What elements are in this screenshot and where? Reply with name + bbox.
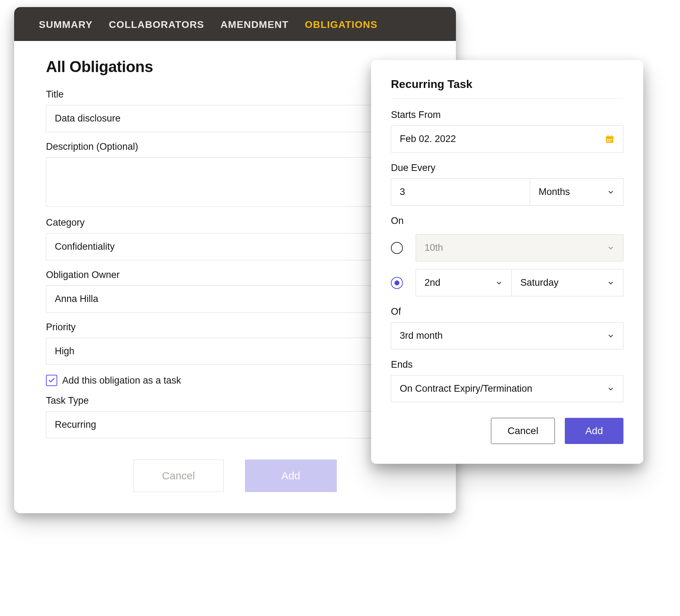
tab-amendment[interactable]: AMENDMENT	[221, 19, 289, 30]
label-priority: Priority	[46, 322, 424, 333]
on-day-radio[interactable]	[391, 242, 403, 254]
description-input[interactable]	[46, 157, 424, 207]
svg-rect-1	[606, 136, 614, 138]
label-ends: Ends	[391, 359, 623, 370]
label-of: Of	[391, 306, 623, 317]
owner-input[interactable]	[46, 285, 424, 313]
recurring-task-popup: Recurring Task Starts From Feb 02. 2022 …	[371, 60, 643, 464]
label-due-every: Due Every	[391, 162, 623, 173]
starts-from-input[interactable]: Feb 02. 2022	[391, 125, 623, 153]
label-owner: Obligation Owner	[46, 270, 424, 280]
on-weekday-radio[interactable]	[391, 277, 403, 289]
priority-input[interactable]	[46, 338, 424, 365]
popup-add-button[interactable]: Add	[565, 418, 623, 444]
page-title: All Obligations	[46, 58, 424, 76]
chevron-down-icon	[607, 188, 615, 196]
add-button[interactable]: Add	[245, 460, 337, 492]
on-ordinal-select[interactable]: 2nd	[416, 269, 511, 296]
calendar-icon	[605, 134, 615, 144]
svg-rect-5	[609, 139, 610, 140]
svg-rect-7	[607, 141, 609, 142]
ends-select[interactable]: On Contract Expiry/Termination	[391, 375, 623, 402]
add-as-task-label: Add this obligation as a task	[62, 375, 181, 386]
due-every-unit-select[interactable]: Months	[530, 178, 623, 206]
on-weekday-select[interactable]: Saturday	[511, 269, 623, 296]
chevron-down-icon	[607, 279, 615, 287]
check-icon	[48, 377, 55, 384]
label-task-type: Task Type	[46, 395, 424, 406]
svg-rect-2	[608, 135, 608, 137]
due-every-unit: Months	[539, 186, 570, 197]
tab-obligations[interactable]: OBLIGATIONS	[305, 19, 378, 30]
label-starts-from: Starts From	[391, 109, 623, 120]
title-input[interactable]	[46, 105, 424, 132]
task-type-input[interactable]	[46, 411, 424, 438]
label-title: Title	[46, 89, 424, 100]
due-every-value: 3	[400, 186, 405, 197]
add-as-task-checkbox[interactable]	[46, 375, 57, 386]
tab-summary[interactable]: SUMMARY	[39, 19, 93, 30]
chevron-down-icon	[495, 279, 503, 287]
chevron-down-icon	[607, 332, 615, 340]
cancel-button[interactable]: Cancel	[133, 460, 223, 492]
of-value: 3rd month	[400, 330, 443, 341]
tabbar: SUMMARY COLLABORATORS AMENDMENT OBLIGATI…	[14, 7, 456, 41]
svg-rect-6	[611, 139, 612, 140]
svg-rect-3	[611, 135, 612, 137]
due-every-value-input[interactable]: 3	[391, 178, 530, 206]
starts-from-value: Feb 02. 2022	[400, 134, 456, 144]
popup-cancel-button[interactable]: Cancel	[491, 418, 555, 444]
on-day-value: 10th	[424, 242, 443, 253]
popup-title: Recurring Task	[391, 78, 623, 99]
on-weekday-value: Saturday	[520, 277, 558, 288]
of-select[interactable]: 3rd month	[391, 322, 623, 349]
ends-value: On Contract Expiry/Termination	[400, 383, 532, 394]
tab-collaborators[interactable]: COLLABORATORS	[109, 19, 204, 30]
chevron-down-icon	[607, 385, 615, 393]
svg-rect-8	[609, 141, 610, 142]
chevron-down-icon	[607, 244, 615, 252]
svg-rect-4	[607, 139, 609, 140]
label-description: Description (Optional)	[46, 141, 424, 152]
category-input[interactable]	[46, 233, 424, 260]
on-ordinal-value: 2nd	[424, 277, 440, 288]
label-category: Category	[46, 217, 424, 228]
on-day-select[interactable]: 10th	[416, 234, 623, 261]
label-on: On	[391, 215, 623, 226]
